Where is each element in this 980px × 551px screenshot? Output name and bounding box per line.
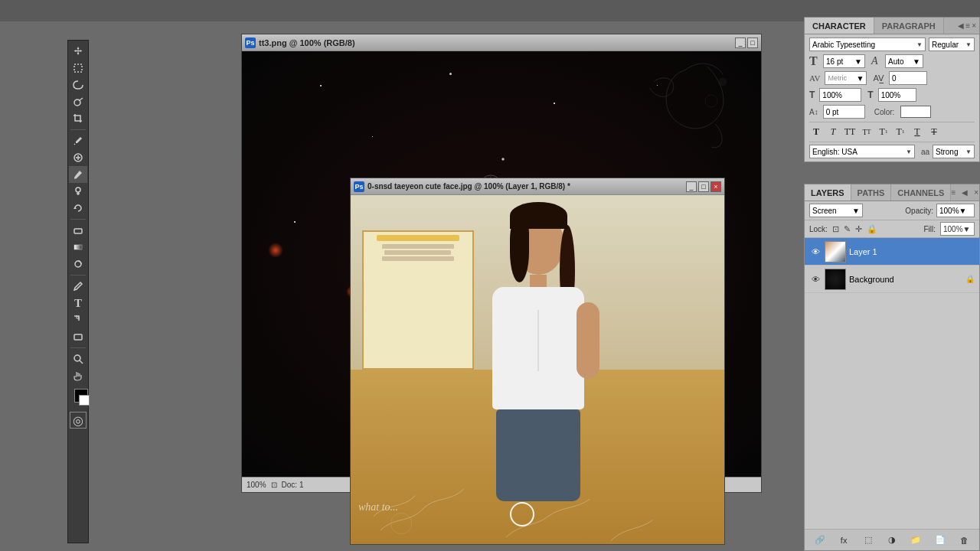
opacity-input[interactable]: 100% ▼ [936,204,975,217]
font-size-input[interactable]: 16 pt ▼ [823,54,865,68]
lock-all-icon[interactable]: 🔒 [867,224,877,234]
tool-separator-4 [70,347,87,348]
new-layer-btn[interactable]: 📄 [932,533,949,548]
underline-btn[interactable]: T [910,125,924,139]
all-caps-btn[interactable]: TT [843,125,857,139]
color-swatch[interactable] [900,106,931,118]
svg-rect-12 [74,245,82,249]
lock-position-icon[interactable]: ✛ [855,224,862,234]
layer-adjustment-btn[interactable]: ◑ [884,533,900,548]
gradient-tool[interactable] [69,239,87,256]
background-lock-icon: 🔒 [965,275,975,283]
photo-minimize-btn[interactable]: _ [686,181,697,192]
eraser-tool[interactable] [69,222,87,239]
strikethrough-btn[interactable]: T [927,125,941,139]
layer-link-btn[interactable]: 🔗 [812,533,828,548]
lasso-tool[interactable] [69,77,87,93]
color-swatches[interactable] [68,389,88,410]
scale-v-input[interactable]: 100% [878,88,916,102]
canvas-window-controls: _ □ [735,37,758,48]
fill-input[interactable]: 100% ▼ [940,222,975,236]
panel-close-icon[interactable]: × [972,21,976,30]
shape-tool[interactable] [69,328,87,345]
photo-titlebar: Ps 0-snsd taeyeon cute face.jpg @ 100% (… [351,178,724,195]
layer-item-layer1[interactable]: 👁 Layer 1 [805,238,979,266]
star [372,136,373,137]
ps-icon: Ps [245,37,256,48]
font-family-dropdown[interactable]: Arabic Typesetting ▼ [809,37,926,51]
svg-marker-10 [74,207,77,209]
pen-tool[interactable] [69,278,87,295]
layers-bottom-bar: 🔗 fx ⬚ ◑ 📁 📄 🗑 [805,529,979,550]
blend-mode-dropdown[interactable]: Screen ▼ [809,204,863,217]
layer-mask-btn[interactable]: ⬚ [860,533,877,548]
layers-panel-collapse[interactable]: ◀ [959,188,971,197]
scale-h-input[interactable]: 100% [819,88,861,102]
svg-rect-15 [74,334,82,340]
svg-point-21 [390,513,411,533]
channels-tab[interactable]: CHANNELS [891,184,951,201]
body-shirt [492,287,584,409]
tracking-input[interactable]: 0 [889,71,927,85]
layer1-thumb-preview [825,242,845,262]
canvas-minimize-btn[interactable]: _ [735,37,746,48]
photo-maximize-btn[interactable]: □ [698,181,709,192]
panel-divider-1 [809,122,975,122]
dodge-tool[interactable] [69,256,87,272]
layers-panel-close[interactable]: × [971,188,980,197]
hand-tool[interactable] [69,367,87,384]
background-visibility-toggle[interactable]: 👁 [809,273,822,285]
layers-panel-menu[interactable]: ≡ [951,188,959,197]
language-dropdown[interactable]: English: USA ▼ [809,145,915,158]
brush-tool[interactable] [69,166,87,183]
photo-close-btn[interactable]: × [710,181,721,192]
layer-fx-btn[interactable]: fx [835,533,852,548]
healing-tool[interactable] [69,149,87,166]
delete-layer-btn[interactable]: 🗑 [956,533,972,548]
layer1-visibility-toggle[interactable]: 👁 [809,246,822,258]
layers-tab[interactable]: LAYERS [805,184,851,201]
kerning-input[interactable]: Metric ▼ [825,71,867,85]
path-select-tool[interactable] [69,311,87,328]
history-brush-tool[interactable] [69,200,87,217]
svg-point-1 [74,99,80,106]
quick-mask-toggle[interactable]: ◎ [70,412,87,429]
notice-strip [377,235,459,241]
superscript-btn[interactable]: T1 [877,125,890,139]
text-tool[interactable]: T [69,295,87,311]
clone-tool[interactable] [69,183,87,200]
paragraph-tab[interactable]: PARAGRAPH [874,18,944,34]
lock-transparent-icon[interactable]: ⊡ [832,224,839,234]
crop-tool[interactable] [69,110,87,127]
layer-group-btn[interactable]: 📁 [907,533,924,548]
background-color[interactable] [79,395,90,406]
faux-italic-btn[interactable]: T [826,125,840,139]
eyedropper-tool[interactable] [69,132,87,149]
svg-rect-11 [74,229,82,233]
layer-item-background[interactable]: 👁 Background 🔒 [805,266,979,293]
scale-row: T 100% T 100% [809,88,975,102]
panel-menu-icon[interactable]: ≡ [965,21,970,30]
panel-divider-2 [809,142,975,142]
character-tab[interactable]: CHARACTER [805,18,874,34]
font-style-dropdown[interactable]: Regular ▼ [929,37,975,51]
lock-image-icon[interactable]: ✎ [844,224,851,234]
panel-collapse-icon[interactable]: ◀ [958,21,964,30]
marquee-tool[interactable] [69,60,87,77]
notice-item [384,250,451,255]
aa-dropdown[interactable]: Strong ▼ [933,145,975,158]
panel-controls: ◀ ≡ × [955,18,979,34]
baseline-input[interactable]: 0 pt [823,105,865,119]
subscript-btn[interactable]: T1 [893,125,907,139]
move-tool[interactable] [69,43,87,60]
small-caps-btn[interactable]: TT [860,125,874,139]
faux-bold-btn[interactable]: T [809,125,823,139]
lock-label: Lock: [809,225,828,233]
quick-select-tool[interactable] [69,93,87,110]
paths-tab[interactable]: PATHS [851,184,892,201]
layers-list: 👁 Layer 1 👁 Background 🔒 [805,238,979,330]
canvas-maximize-btn[interactable]: □ [747,37,758,48]
leading-input[interactable]: Auto ▼ [885,54,923,68]
zoom-tool[interactable] [69,350,87,367]
star [320,85,322,86]
